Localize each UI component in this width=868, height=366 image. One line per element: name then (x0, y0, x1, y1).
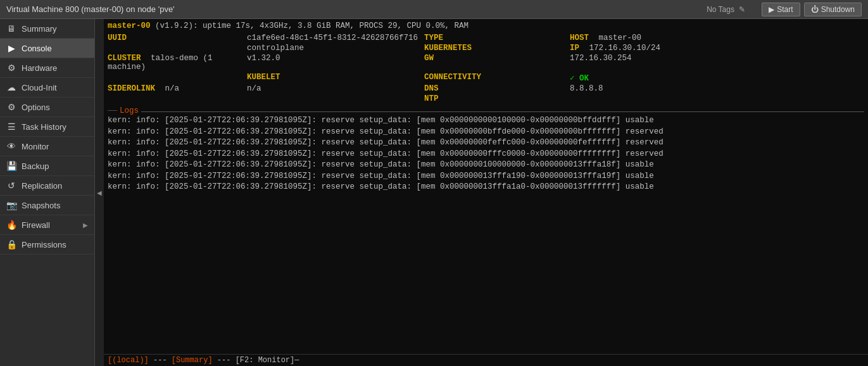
cluster-blank (108, 72, 247, 84)
log-line: kern: info: [2025-01-27T22:06:39.2798109… (108, 171, 864, 182)
kubelet-val-cell: n/a (247, 84, 424, 94)
logs-hr (141, 111, 864, 112)
firewall-expand-icon: ▶ (83, 222, 88, 229)
terminal-output: master-00 (v1.9.2): uptime 17s, 4x3GHz, … (104, 19, 868, 354)
vm-info: (v1.9.2): uptime 17s, 4x3GHz, 3.8 GiB RA… (155, 22, 469, 30)
host-key-cell: HOST master-00 (570, 33, 864, 43)
type-key-cell: TYPE (424, 33, 570, 43)
log-line: kern: info: [2025-01-27T22:06:39.2798109… (108, 115, 864, 127)
firewall-icon: 🔥 (6, 220, 16, 230)
start-icon: ▶ (769, 5, 774, 14)
permissions-icon: 🔒 (6, 239, 16, 249)
snapshots-icon: 📷 (6, 200, 16, 210)
uuid-blank (108, 43, 247, 53)
window-title: Virtual Machine 800 (master-00) on node … (6, 4, 707, 14)
main-layout: 🖥 Summary ▶ Console ⚙ Hardware ☁ Cloud-I… (0, 19, 868, 366)
statusbar: [(local)] --- [Summary] --- [F2: Monitor… (104, 354, 868, 366)
log-line: kern: info: [2025-01-27T22:06:39.2798109… (108, 127, 864, 138)
cluster-key-cell: CLUSTER talos-demo (1 machine) (108, 53, 247, 72)
sidebar-item-hardware[interactable]: ⚙ Hardware (0, 58, 94, 78)
options-icon: ⚙ (6, 102, 16, 112)
siderolink-key-cell: SIDEROLINK n/a (108, 84, 247, 94)
monitor-icon: 👁 (6, 141, 16, 151)
gw-val-cell: 172.16.30.254 (570, 53, 864, 72)
tags-label[interactable]: No Tags ✎ (707, 5, 745, 14)
info-table: UUID c1afe6ed-48c1-45f1-8312-42628766f71… (108, 33, 864, 104)
kubernetes-key-cell: KUBERNETES (424, 43, 570, 53)
topbar: Virtual Machine 800 (master-00) on node … (0, 0, 868, 19)
hardware-icon: ⚙ (6, 63, 16, 73)
log-line: kern: info: [2025-01-27T22:06:39.2798109… (108, 149, 864, 160)
sidebar-item-cloud-init[interactable]: ☁ Cloud-Init (0, 78, 94, 98)
ntp-val-cell (570, 94, 864, 104)
console-icon: ▶ (6, 43, 16, 53)
sidebar-item-monitor[interactable]: 👁 Monitor (0, 137, 94, 156)
console-content[interactable]: master-00 (v1.9.2): uptime 17s, 4x3GHz, … (104, 19, 868, 366)
logs-label: Logs (120, 106, 139, 115)
sidebar-item-backup[interactable]: 💾 Backup (0, 156, 94, 176)
type-val-cell: controlplane (247, 43, 424, 53)
edit-icon[interactable]: ✎ (739, 5, 745, 14)
kubelet-key-cell: KUBELET (247, 72, 424, 84)
sidebar-content: ◀ master-00 (v1.9.2): uptime 17s, 4x3GHz… (95, 19, 868, 366)
log-lines-container: kern: info: [2025-01-27T22:06:39.2798109… (108, 115, 864, 193)
log-line: kern: info: [2025-01-27T22:06:39.2798109… (108, 160, 864, 171)
task-history-icon: ☰ (6, 122, 16, 132)
backup-icon: 💾 (6, 161, 16, 171)
logs-divider-row: —— Logs (108, 106, 864, 115)
blank1 (108, 94, 247, 104)
log-line: kern: info: [2025-01-27T22:06:39.2798109… (108, 182, 864, 193)
statusbar-summary: [Summary] (172, 356, 213, 365)
kubernetes-val-cell: v1.32.0 (247, 53, 424, 72)
log-line: kern: info: [2025-01-27T22:06:39.2798109… (108, 137, 864, 149)
sidebar-collapse-button[interactable]: ◀ (95, 19, 104, 366)
tags-text: No Tags (707, 5, 734, 14)
vm-header-line: master-00 (v1.9.2): uptime 17s, 4x3GHz, … (108, 22, 864, 30)
power-icon: ⏻ (811, 5, 819, 14)
sidebar-item-summary[interactable]: 🖥 Summary (0, 19, 94, 39)
sidebar-item-firewall[interactable]: 🔥 Firewall ▶ (0, 215, 94, 235)
blank2 (247, 94, 424, 104)
sidebar-item-console[interactable]: ▶ Console (0, 39, 94, 58)
sidebar-item-replication[interactable]: ↺ Replication (0, 176, 94, 196)
sidebar: 🖥 Summary ▶ Console ⚙ Hardware ☁ Cloud-I… (0, 19, 95, 366)
statusbar-f2: --- [F2: Monitor]— (217, 356, 299, 365)
statusbar-local: [(local)] (108, 356, 149, 365)
uuid-key-cell: UUID (108, 33, 247, 43)
start-button[interactable]: ▶ Start (762, 3, 800, 16)
replication-icon: ↺ (6, 180, 16, 191)
uuid-val-cell: c1afe6ed-48c1-45f1-8312-42628766f716 (247, 33, 424, 43)
shutdown-button[interactable]: ⏻ Shutdown (804, 3, 862, 16)
summary-icon: 🖥 (6, 23, 16, 34)
gw-key-cell: GW (424, 53, 570, 72)
sidebar-item-snapshots[interactable]: 📷 Snapshots (0, 196, 94, 215)
sidebar-item-permissions[interactable]: 🔒 Permissions (0, 235, 94, 255)
dns-val-cell: 8.8.8.8 (570, 84, 864, 94)
sidebar-item-options[interactable]: ⚙ Options (0, 98, 94, 117)
connectivity-key-cell: CONNECTIVITY (424, 72, 570, 84)
vm-name: master-00 (108, 22, 151, 30)
ip-key-cell: IP 172.16.30.10/24 (570, 43, 864, 53)
connectivity-val-cell: ✓ OK (570, 72, 864, 84)
cloud-init-icon: ☁ (6, 82, 16, 92)
ntp-key-cell: NTP (424, 94, 570, 104)
dns-key-cell: DNS (424, 84, 570, 94)
sidebar-item-task-history[interactable]: ☰ Task History (0, 117, 94, 137)
